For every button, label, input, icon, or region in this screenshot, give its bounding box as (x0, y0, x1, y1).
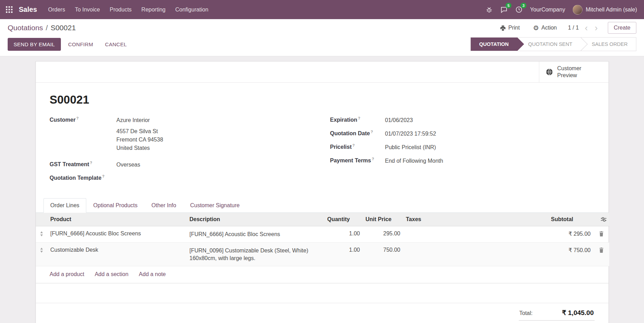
app-brand[interactable]: Sales (19, 6, 37, 14)
add-a-product-link[interactable]: Add a product (50, 271, 85, 277)
debug-bug-icon[interactable] (486, 6, 493, 13)
total-label: Total: (519, 310, 533, 316)
action-menu-button[interactable]: ⚙ Action (531, 24, 559, 32)
quantity-column-header[interactable]: Quantity (325, 213, 363, 226)
activities-badge: 3 (520, 3, 526, 8)
form-view-background: Customer Preview S00021 Customer? Azure … (0, 56, 644, 323)
activities-clock-icon[interactable]: 3 (515, 6, 523, 13)
customer-label: Customer? (50, 116, 117, 152)
cell-taxes[interactable] (403, 242, 548, 266)
description-column-header[interactable]: Description (187, 213, 325, 226)
customer-value[interactable]: Azure Interior 4557 De Silva St Fremont … (117, 116, 163, 152)
cell-product[interactable]: [FURN_6666] Acoustic Bloc Screens (48, 226, 187, 243)
help-icon: ? (76, 116, 79, 120)
cell-description[interactable]: [FURN_6666] Acoustic Bloc Screens (187, 226, 325, 243)
cell-unit-price[interactable]: 295.00 (363, 226, 403, 243)
send-by-email-button[interactable]: SEND BY EMAIL (8, 38, 61, 51)
unit-price-column-header[interactable]: Unit Price (363, 213, 403, 226)
drag-handle-icon[interactable] (36, 226, 48, 243)
company-switcher[interactable]: YourCompany (530, 7, 565, 13)
menu-reporting[interactable]: Reporting (136, 0, 170, 19)
customer-field: Customer? Azure Interior 4557 De Silva S… (50, 116, 314, 152)
subtotal-column-header[interactable]: Subtotal (548, 213, 594, 226)
quotation-title: S00021 (50, 93, 595, 106)
add-a-note-link[interactable]: Add a note (139, 271, 166, 277)
cell-unit-price[interactable]: 750.00 (363, 242, 403, 266)
gst-treatment-field: GST Treatment? Overseas (50, 161, 314, 169)
print-label: Print (508, 25, 520, 31)
control-panel-top: Quotations/S00021 Print ⚙ Action 1 / 1 ‹… (0, 19, 644, 37)
quotation-date-field: Quotation Date? 01/07/2023 17:59:52 (330, 130, 595, 138)
add-a-section-link[interactable]: Add a section (95, 271, 128, 277)
user-menu[interactable]: Mitchell Admin (sale) (573, 5, 637, 15)
apps-menu-button[interactable] (0, 0, 18, 19)
control-panel-bottom: SEND BY EMAIL CONFIRM CANCEL QUOTATION Q… (0, 37, 644, 56)
pager: 1 / 1 ‹ › (568, 23, 598, 32)
drag-handle-icon[interactable] (36, 242, 48, 266)
quotation-template-value[interactable] (117, 174, 200, 181)
pricelist-field: Pricelist? Public Pricelist (INR) (330, 143, 595, 152)
list-add-row: Add a product Add a section Add a note (36, 266, 609, 283)
create-button[interactable]: Create (608, 22, 636, 34)
apps-grid-icon (6, 6, 13, 13)
customer-street: 4557 De Silva St (117, 127, 163, 136)
customer-name: Azure Interior (117, 116, 163, 124)
total-value: ₹ 1,045.00 (562, 309, 594, 317)
handle-column-header (36, 213, 48, 226)
expiration-value[interactable]: 01/06/2023 (385, 116, 413, 124)
payment-terms-label: Payment Terms? (330, 157, 385, 165)
pricelist-label: Pricelist? (330, 143, 385, 152)
pricelist-value[interactable]: Public Pricelist (INR) (385, 143, 436, 152)
menu-to-invoice[interactable]: To Invoice (70, 0, 105, 19)
payment-terms-value[interactable]: End of Following Month (385, 157, 443, 165)
customer-city: Fremont CA 94538 (117, 136, 163, 144)
optional-columns-toggle[interactable] (594, 213, 609, 226)
delete-line-icon[interactable] (594, 242, 609, 266)
messages-icon[interactable]: 5 (500, 6, 508, 13)
customer-preview-button[interactable]: Customer Preview (539, 62, 609, 82)
globe-icon (546, 68, 553, 76)
quotation-template-label: Quotation Template? (50, 174, 117, 181)
pager-next-icon[interactable]: › (594, 23, 599, 32)
tab-other-info[interactable]: Other Info (144, 198, 183, 213)
menu-products[interactable]: Products (105, 0, 136, 19)
order-line-row[interactable]: Customizable Desk [FURN_0096] Customizab… (36, 242, 609, 266)
cell-quantity[interactable]: 1.00 (325, 226, 363, 243)
order-line-row[interactable]: [FURN_6666] Acoustic Bloc Screens [FURN_… (36, 226, 609, 243)
gst-treatment-value[interactable]: Overseas (117, 161, 140, 169)
menu-orders[interactable]: Orders (43, 0, 70, 19)
taxes-column-header[interactable]: Taxes (403, 213, 548, 226)
cell-quantity[interactable]: 1.00 (325, 242, 363, 266)
tab-order-lines[interactable]: Order Lines (43, 198, 87, 213)
statusbar-step-quotation[interactable]: QUOTATION (471, 38, 517, 51)
statusbar-step-quotation-sent[interactable]: QUOTATION SENT (517, 38, 581, 51)
help-icon: ? (371, 130, 373, 134)
statusbar-step-sales-order[interactable]: SALES ORDER (581, 38, 636, 51)
cell-product[interactable]: Customizable Desk (48, 242, 187, 266)
help-icon: ? (358, 116, 360, 120)
confirm-button[interactable]: CONFIRM (64, 38, 98, 50)
expiration-label: Expiration? (330, 116, 385, 124)
cell-taxes[interactable] (403, 226, 548, 243)
status-pipeline: QUOTATION QUOTATION SENT SALES ORDER (470, 37, 636, 51)
breadcrumb-separator: / (46, 24, 48, 32)
pager-value: 1 / 1 (568, 25, 579, 31)
button-box: Customer Preview (36, 62, 609, 83)
print-button[interactable]: Print (498, 24, 522, 31)
product-column-header[interactable]: Product (48, 213, 187, 226)
breadcrumb-quotations-link[interactable]: Quotations (8, 24, 43, 32)
breadcrumb-current: S00021 (50, 24, 75, 32)
menu-configuration[interactable]: Configuration (170, 0, 213, 19)
quotation-sheet: Customer Preview S00021 Customer? Azure … (35, 61, 609, 323)
pager-previous-icon[interactable]: ‹ (584, 23, 589, 32)
delete-line-icon[interactable] (594, 226, 609, 243)
expiration-field: Expiration? 01/06/2023 (330, 116, 595, 124)
help-icon: ? (372, 157, 374, 161)
cancel-button[interactable]: CANCEL (101, 38, 132, 50)
tab-customer-signature[interactable]: Customer Signature (183, 198, 246, 213)
tab-optional-products[interactable]: Optional Products (86, 198, 144, 213)
help-icon: ? (90, 161, 92, 165)
quotation-date-value[interactable]: 01/07/2023 17:59:52 (385, 130, 436, 138)
cell-description[interactable]: [FURN_0096] Customizable Desk (Steel, Wh… (187, 242, 325, 266)
order-lines-table: Product Description Quantity Unit Price … (36, 213, 609, 266)
